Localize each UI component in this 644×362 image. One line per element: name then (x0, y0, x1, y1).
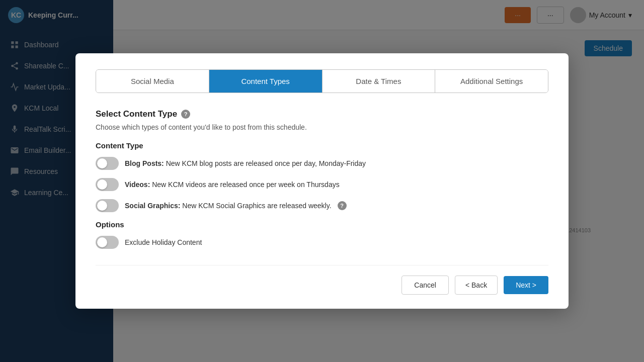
section-desc: Choose which types of content you'd like… (96, 123, 548, 131)
cancel-button[interactable]: Cancel (401, 276, 449, 295)
modal: Social Media Content Types Date & Times … (75, 53, 569, 309)
section-help-icon[interactable]: ? (181, 110, 190, 119)
social-graphics-label: Social Graphics: New KCM Social Graphics… (125, 202, 332, 210)
blog-posts-label: Blog Posts: New KCM blog posts are relea… (125, 159, 366, 167)
exclude-holiday-toggle[interactable] (96, 236, 119, 249)
options-heading: Options (96, 220, 548, 229)
social-graphics-help-icon[interactable]: ? (338, 201, 347, 210)
blog-posts-toggle[interactable] (96, 157, 119, 170)
toggle-row-blog-posts: Blog Posts: New KCM blog posts are relea… (96, 157, 548, 170)
toggle-row-social-graphics: Social Graphics: New KCM Social Graphics… (96, 199, 548, 212)
tab-date-times[interactable]: Date & Times (323, 70, 436, 93)
tab-additional-settings[interactable]: Additional Settings (435, 70, 548, 93)
next-button[interactable]: Next > (504, 276, 548, 294)
modal-overlay: Social Media Content Types Date & Times … (0, 0, 644, 362)
modal-footer: Cancel < Back Next > (96, 265, 548, 295)
section-title: Select Content Type ? (96, 109, 548, 119)
exclude-holiday-label: Exclude Holiday Content (125, 238, 202, 246)
tab-social-media[interactable]: Social Media (96, 70, 209, 93)
toggle-row-exclude-holiday: Exclude Holiday Content (96, 236, 548, 249)
videos-toggle[interactable] (96, 178, 119, 191)
tab-content-types[interactable]: Content Types (209, 70, 323, 93)
toggle-row-videos: Videos: New KCM videos are released once… (96, 178, 548, 191)
content-type-heading: Content Type (96, 141, 548, 150)
social-graphics-toggle[interactable] (96, 199, 119, 212)
back-button[interactable]: < Back (455, 276, 498, 295)
modal-tabs: Social Media Content Types Date & Times … (96, 69, 548, 93)
videos-label: Videos: New KCM videos are released once… (125, 180, 340, 189)
